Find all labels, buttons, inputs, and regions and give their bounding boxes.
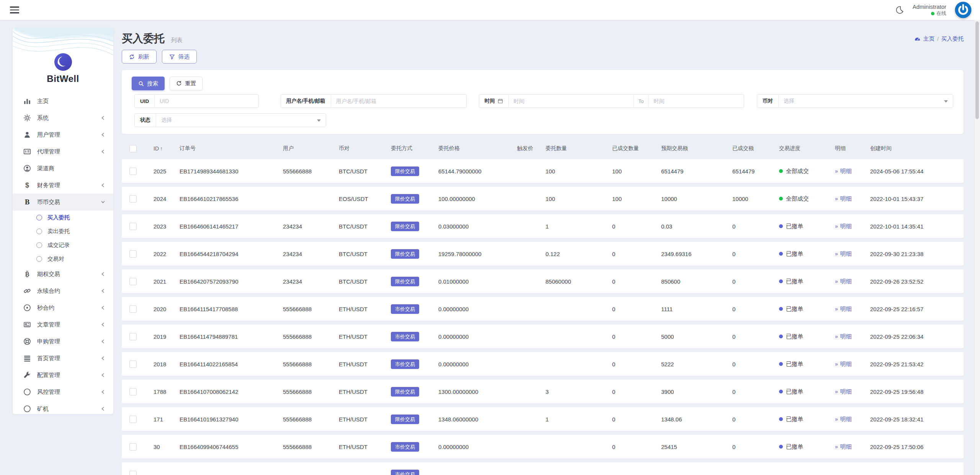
cell-order-no: EB1664610217865536 (178, 196, 281, 202)
sidebar-item-article-mgmt[interactable]: 文章管理 (13, 316, 113, 333)
cell-status: 全部成交 (777, 195, 833, 202)
sidebar-item-risk-mgmt[interactable]: 风控管理 (13, 384, 113, 400)
dashboard-icon (914, 36, 921, 42)
column-header: 已成交额 (730, 145, 777, 152)
row-checkbox[interactable] (129, 443, 137, 451)
sidebar-subitem-trade-pairs[interactable]: 交易对 (13, 252, 113, 266)
cell-id: 1788 (152, 388, 178, 395)
detail-link[interactable]: »明细 (835, 388, 868, 395)
sidebar-subitem-trade-records[interactable]: 成交记录 (13, 238, 113, 252)
hamburger-menu-icon[interactable] (10, 7, 19, 13)
row-checkbox[interactable] (129, 333, 137, 340)
page-header: 买入委托 列表 主页 / 买入委托 (122, 31, 964, 47)
sidebar-item-subscribe-mgmt[interactable]: 申购管理 (13, 333, 113, 350)
cell-expected-amount: 6514479 (659, 168, 730, 175)
scrollbar-thumb[interactable] (975, 21, 979, 119)
sidebar-item-system[interactable]: 系统 (13, 109, 113, 126)
row-checkbox[interactable] (129, 278, 137, 285)
cell-price: 19259.78000000 (436, 251, 515, 257)
sidebar-item-miner[interactable]: 矿机 (13, 400, 113, 414)
time-from-input[interactable] (509, 95, 634, 108)
row-checkbox[interactable] (129, 168, 137, 175)
avatar[interactable] (955, 2, 972, 18)
sidebar-item-home[interactable]: 主页 (13, 93, 113, 109)
row-checkbox[interactable] (129, 471, 137, 475)
row-checkbox[interactable] (129, 388, 137, 395)
cell-expected-amount: 10000 (659, 196, 730, 202)
breadcrumb: 主页 / 买入委托 (914, 35, 964, 42)
sidebar-item-agent-mgmt[interactable]: 代理管理 (13, 143, 113, 160)
reset-button[interactable]: 重置 (170, 77, 203, 90)
sidebar-item-user-mgmt[interactable]: 用户管理 (13, 126, 113, 143)
sidebar-item-perpetual[interactable]: 永续合约 (13, 282, 113, 299)
refresh-button[interactable]: 刷新 (122, 50, 157, 64)
cell-filled-amount: 0 (730, 306, 777, 312)
status-text: 已撤单 (786, 305, 803, 313)
detail-link[interactable]: »明细 (835, 333, 868, 340)
row-select-cell (122, 388, 152, 395)
detail-link[interactable]: »明细 (835, 305, 868, 313)
sidebar-item-second-contract[interactable]: 秒合约 (13, 299, 113, 316)
breadcrumb-current[interactable]: 买入委托 (941, 35, 964, 42)
row-checkbox[interactable] (129, 416, 137, 423)
table-header: ID↑订单号用户币对委托方式委托价格触发价委托数量已成交数量预期交易额已成交额交… (122, 142, 964, 155)
row-select-cell (122, 305, 152, 313)
detail-link[interactable]: »明细 (835, 250, 868, 258)
cell-detail: »明细 (833, 168, 868, 175)
dark-mode-moon-icon[interactable] (895, 5, 904, 15)
user-filter-input[interactable] (331, 95, 466, 108)
row-checkbox[interactable] (129, 305, 137, 313)
page-subtitle: 列表 (171, 37, 182, 43)
breadcrumb-home[interactable]: 主页 (923, 35, 934, 42)
column-header[interactable]: ID↑ (152, 145, 178, 152)
sidebar-item-config-mgmt[interactable]: 配置管理 (13, 367, 113, 384)
cell-order-type: 限价交易 (389, 415, 436, 424)
cell-pair: EOS/USDT (337, 196, 389, 202)
table-body: 2025EB1714989344681330555666888BTC/USDT限… (122, 159, 964, 475)
perpetual-icon (23, 287, 31, 295)
detail-link[interactable]: »明细 (835, 195, 868, 202)
page-scrollbar[interactable] (974, 20, 980, 475)
chevron-left-icon (100, 356, 106, 361)
sidebar-item-finance-mgmt[interactable]: $财务管理 (13, 177, 113, 194)
cell-user: 234234 (281, 223, 337, 230)
user-info[interactable]: Administrator 在线 (913, 3, 946, 17)
sidebar-subitem-buy-orders[interactable]: 买入委托 (13, 211, 113, 224)
row-checkbox[interactable] (129, 361, 137, 368)
toolbar: 刷新 筛选 (122, 50, 964, 64)
double-arrow-icon: » (835, 333, 838, 340)
detail-link[interactable]: »明细 (835, 223, 868, 230)
cell-filled-qty: 0 (610, 388, 659, 395)
brand-name: BitWell (13, 73, 113, 84)
detail-link[interactable]: »明细 (835, 443, 868, 451)
cell-order-type: 限价交易 (389, 249, 436, 259)
row-checkbox[interactable] (129, 250, 137, 258)
detail-link[interactable]: »明细 (835, 278, 868, 285)
sidebar-item-homepage-mgmt[interactable]: 首页管理 (13, 350, 113, 367)
column-header: 委托方式 (389, 145, 436, 152)
pair-select[interactable]: 选择 (779, 95, 953, 108)
cell-order-no: EB1664099406744655 (178, 444, 281, 450)
cell-order-no: EB1664114022165854 (178, 361, 281, 367)
sidebar-subitem-sell-orders[interactable]: 卖出委托 (13, 224, 113, 238)
select-all-checkbox[interactable] (129, 145, 137, 152)
uid-input[interactable] (155, 95, 258, 108)
detail-link[interactable]: »明细 (835, 416, 868, 423)
sidebar-item-options-trade[interactable]: B期权交易 (13, 266, 113, 282)
detail-link[interactable]: »明细 (835, 168, 868, 175)
sidebar-menu: 主页系统用户管理代理管理渠道商$财务管理B币币交易买入委托卖出委托成交记录交易对… (13, 86, 113, 414)
sidebar-item-channel[interactable]: 渠道商 (13, 160, 113, 177)
detail-link[interactable]: »明细 (835, 361, 868, 368)
row-checkbox[interactable] (129, 195, 137, 202)
search-button[interactable]: 搜索 (132, 77, 165, 90)
user-name: Administrator (913, 3, 946, 11)
row-checkbox[interactable] (129, 223, 137, 230)
order-type-badge: 限价交易 (391, 166, 419, 176)
cell-id: 2025 (152, 168, 178, 175)
sidebar-item-spot-trade[interactable]: B币币交易 (13, 194, 113, 211)
filter-button[interactable]: 筛选 (162, 50, 197, 64)
status-select[interactable]: 选择 (156, 114, 326, 127)
sidebar-item-label: 系统 (37, 114, 49, 122)
time-to-input[interactable] (649, 95, 744, 108)
status-label: 状态 (135, 114, 156, 127)
